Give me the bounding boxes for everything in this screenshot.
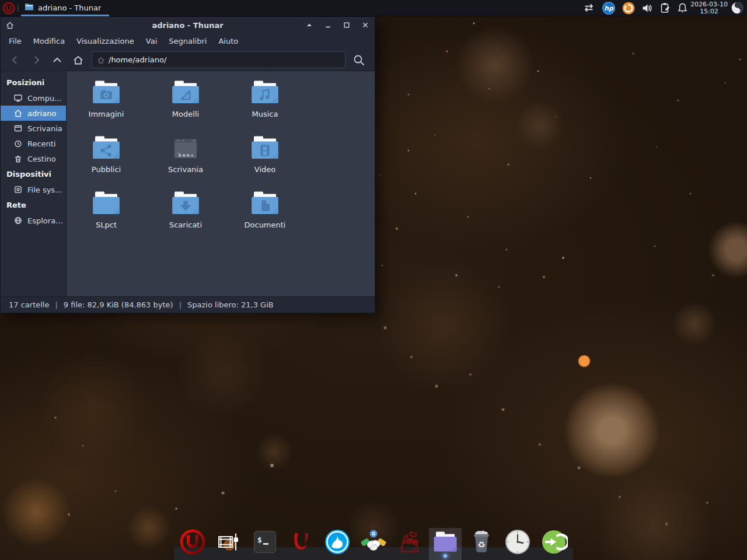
files-view[interactable]: Immagini Modelli Musica Pubblici: [67, 71, 375, 296]
clipboard-icon[interactable]: [659, 2, 671, 13]
clock-time: 15:02: [690, 8, 728, 15]
dock-uz-app-menu[interactable]: [179, 528, 207, 556]
distro-menu-button[interactable]: [2, 1, 16, 15]
dock-toolbox-app[interactable]: [396, 528, 424, 556]
menu-file[interactable]: File: [3, 34, 27, 48]
bell-icon[interactable]: [677, 2, 688, 13]
red-u-icon: [287, 547, 315, 558]
network-globe-icon: [13, 216, 23, 225]
menu-visualizzazione[interactable]: Visualizzazione: [71, 34, 140, 48]
svg-text:♻: ♻: [477, 540, 485, 550]
statusbar-segment: 17 cartelle: [9, 300, 49, 309]
back-button[interactable]: [5, 52, 25, 68]
sidebar-item-compu[interactable]: Compu...: [1, 90, 66, 106]
minimize-button[interactable]: [323, 20, 333, 30]
logout-icon: [540, 547, 568, 558]
desktop-icon: [13, 124, 23, 133]
desktop-window-icon: [172, 135, 200, 163]
menu-aiuto[interactable]: Aiuto: [212, 34, 244, 48]
clock-icon: [504, 547, 532, 558]
sidebar-header-posizioni: Posizioni: [1, 75, 66, 90]
system-tray: hp: [582, 1, 688, 15]
volume-icon[interactable]: [641, 2, 653, 14]
dock-librewolf-browser[interactable]: [323, 528, 351, 556]
folder-music-icon: [251, 79, 279, 107]
path-entry[interactable]: /home/adriano/: [92, 51, 345, 68]
home-icon: [13, 108, 23, 118]
file-pubblici[interactable]: Pubblici: [67, 135, 146, 185]
thunar-folder-icon: [25, 2, 34, 12]
shade-button[interactable]: [305, 20, 314, 30]
handshake-icon: [359, 547, 388, 558]
path-home-icon: [97, 56, 105, 64]
panel-settings-icon: [215, 547, 243, 558]
file-scaricati[interactable]: Scaricati: [146, 190, 225, 240]
statusbar-separator: |: [179, 300, 181, 309]
maximize-button[interactable]: [342, 20, 351, 30]
dock-terminal[interactable]: $: [251, 528, 279, 556]
updates-icon[interactable]: [622, 2, 635, 15]
sidebar-item-file-sys[interactable]: File sys...: [1, 182, 66, 197]
file-slpct[interactable]: SLpct: [67, 190, 146, 240]
sidebar-header-rete: Rete: [1, 197, 66, 213]
clock-date: 2026-03-10: [690, 1, 728, 8]
dock-panel-settings[interactable]: [215, 528, 243, 556]
dock-file-manager[interactable]: [431, 528, 459, 556]
sidebar-item-cestino[interactable]: Cestino: [1, 151, 66, 166]
menu-vai[interactable]: Vai: [140, 34, 163, 48]
sidebar-item-adriano[interactable]: adriano: [1, 106, 66, 121]
file-modelli[interactable]: Modelli: [146, 79, 225, 130]
sidebar-item-esplora[interactable]: Esplora...: [1, 213, 66, 228]
purple-folder-icon: [431, 547, 459, 558]
titlebar-home-icon: [5, 20, 15, 30]
file-documenti[interactable]: Documenti: [225, 190, 305, 240]
home-button[interactable]: [68, 52, 88, 68]
folder-share-icon: [92, 135, 120, 163]
librewolf-icon: [323, 547, 351, 558]
top-panel: adriano - Thunar hp 2026-03-10 15:02: [0, 0, 747, 16]
trash-small-icon: [13, 154, 23, 163]
panel-clock[interactable]: 2026-03-10 15:02: [690, 1, 728, 15]
folder-plain-icon: [92, 190, 120, 218]
svg-text:$: $: [257, 536, 262, 544]
sidebar: Posizioni Compu... adriano Scrivania Rec…: [1, 71, 67, 296]
filesystem-icon: [13, 185, 23, 194]
folder-film-icon: [251, 135, 279, 163]
search-button[interactable]: [348, 51, 370, 69]
dock-clock[interactable]: [504, 528, 532, 556]
close-button[interactable]: [361, 20, 370, 30]
statusbar-separator: |: [55, 300, 57, 309]
file-scrivania[interactable]: Scrivania: [146, 135, 225, 185]
dock-red-u-app[interactable]: [287, 528, 315, 556]
panel-grip-handle[interactable]: [18, 5, 19, 11]
forward-button[interactable]: [26, 52, 46, 68]
sidebar-item-recenti[interactable]: Recenti: [1, 136, 66, 151]
taskbar-window-button[interactable]: adriano - Thunar: [21, 0, 109, 16]
yin-yang-icon[interactable]: [731, 2, 743, 14]
terminal-icon: $: [251, 547, 279, 558]
recent-clock-icon: [13, 139, 23, 148]
uz-logo-icon: [2, 2, 15, 15]
dock-trash[interactable]: ♻: [467, 528, 495, 556]
trash-icon: ♻: [467, 547, 495, 558]
thunar-window: adriano - Thunar FileModificaVisualizzaz…: [0, 16, 375, 313]
folder-ruler-icon: [172, 79, 200, 107]
file-musica[interactable]: Musica: [225, 79, 305, 130]
file-immagini[interactable]: Immagini: [67, 79, 146, 130]
window-titlebar[interactable]: adriano - Thunar: [1, 17, 375, 33]
menu-modifica[interactable]: Modifica: [27, 34, 71, 48]
toolbar: /home/adriano/: [1, 49, 375, 71]
menu-segnalibri[interactable]: Segnalibri: [163, 34, 212, 48]
sidebar-item-scrivania[interactable]: Scrivania: [1, 121, 66, 136]
menubar: FileModificaVisualizzazioneVaiSegnalibri…: [1, 33, 375, 49]
statusbar-segment: 9 file: 82,9 KiB (84.863 byte): [64, 300, 173, 309]
dock-session-logout[interactable]: [540, 528, 568, 556]
hp-icon[interactable]: hp: [602, 1, 616, 15]
file-video[interactable]: Video: [225, 135, 305, 185]
swap-arrows-icon[interactable]: [582, 2, 595, 13]
up-button[interactable]: [47, 52, 67, 68]
uz-logo-icon: [179, 547, 207, 558]
svg-text:hp: hp: [604, 5, 614, 12]
folder-download-icon: [172, 190, 200, 218]
dock-collaboration-app[interactable]: [359, 528, 388, 556]
